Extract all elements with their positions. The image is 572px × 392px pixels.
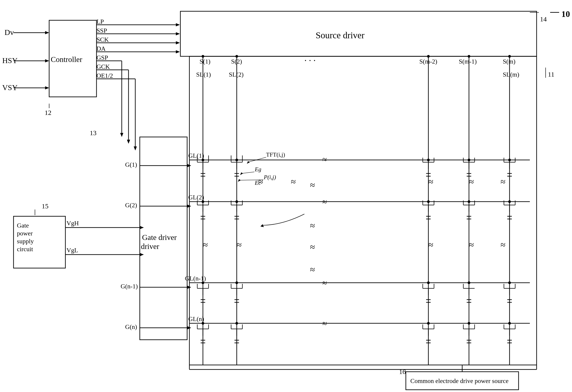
common-electrode-label: Common electrode drive power source xyxy=(410,377,508,384)
svg-point-266 xyxy=(508,200,511,203)
svg-text:≈: ≈ xyxy=(322,278,327,287)
circuit-diagram: 10 Dv HSY VSY Controller 12 13 LP SSP SC… xyxy=(0,0,572,392)
oe12-label: OE1/2 xyxy=(96,72,113,79)
svg-point-276 xyxy=(508,322,511,325)
svg-point-263 xyxy=(235,200,238,203)
svg-text:≈: ≈ xyxy=(322,197,327,206)
svg-point-279 xyxy=(427,55,430,58)
tft-label: TFT(i,j) xyxy=(266,151,285,158)
svg-text:power: power xyxy=(17,230,33,237)
ref-13: 13 xyxy=(90,129,96,136)
svg-text:≈: ≈ xyxy=(501,240,506,250)
svg-point-281 xyxy=(508,55,511,58)
svg-text:≈: ≈ xyxy=(310,180,315,190)
sck-label: SCK xyxy=(96,36,109,43)
ref-11: 11 xyxy=(548,71,555,78)
g1-label: G(1) xyxy=(125,161,137,168)
vgl-label: VgL xyxy=(66,247,78,254)
svg-point-262 xyxy=(202,200,204,203)
svg-point-259 xyxy=(427,159,430,161)
svg-text:≈: ≈ xyxy=(469,240,474,250)
svg-rect-0 xyxy=(0,0,572,392)
ref-15: 15 xyxy=(42,202,48,210)
svg-text:≈: ≈ xyxy=(428,240,433,250)
svg-point-261 xyxy=(508,159,511,161)
g2-label: G(2) xyxy=(125,202,137,209)
ref-10: 10 xyxy=(561,9,570,19)
svg-point-268 xyxy=(235,281,238,284)
svg-text:driver: driver xyxy=(141,242,159,251)
gck-label: GCK xyxy=(96,63,110,70)
gsp-label: GSP xyxy=(96,54,108,61)
sm1-label: S(m-1) xyxy=(459,58,477,65)
eg-label: Eg xyxy=(254,166,261,173)
svg-point-277 xyxy=(202,55,204,58)
svg-point-271 xyxy=(508,281,511,284)
svg-point-267 xyxy=(202,281,204,284)
ref-12: 12 xyxy=(45,109,51,116)
svg-point-258 xyxy=(235,159,238,161)
svg-text:≈: ≈ xyxy=(203,240,208,250)
gl1-label: GL(1) xyxy=(188,152,204,159)
source-driver-label: Source driver xyxy=(316,30,365,40)
slm-label: SL(m) xyxy=(503,71,519,78)
svg-text:≈: ≈ xyxy=(501,177,506,187)
vgh-label: VgH xyxy=(66,220,79,227)
svg-text:≈: ≈ xyxy=(469,177,474,187)
ec-label: Ec xyxy=(254,180,261,186)
ref-14: 14 xyxy=(540,15,547,23)
hsy-label: HSY xyxy=(2,56,17,65)
svg-text:≈: ≈ xyxy=(310,264,315,275)
svg-point-275 xyxy=(468,322,470,325)
gn-label: G(n) xyxy=(125,323,137,330)
gn1-label: G(n-1) xyxy=(121,283,138,290)
lp-label: LP xyxy=(96,18,104,25)
svg-point-274 xyxy=(427,322,430,325)
gate-power-label-1: Gate xyxy=(17,222,29,229)
sl2-label: SL(2) xyxy=(229,71,243,78)
sm-label: S(m) xyxy=(503,58,515,65)
svg-text:≈: ≈ xyxy=(291,177,296,187)
svg-point-265 xyxy=(468,200,470,203)
svg-point-260 xyxy=(468,159,470,161)
sl1-label: SL(1) xyxy=(196,71,211,78)
gln-label: GL(n) xyxy=(188,316,204,322)
svg-text:≈: ≈ xyxy=(428,177,433,187)
svg-text:supply: supply xyxy=(17,238,34,245)
svg-point-257 xyxy=(202,159,204,161)
svg-text:≈: ≈ xyxy=(322,155,327,164)
dv-label: Dv xyxy=(4,28,14,36)
svg-point-273 xyxy=(235,322,238,325)
svg-text:circuit: circuit xyxy=(17,246,33,253)
svg-point-280 xyxy=(468,55,470,58)
pij-label: P(i,j) xyxy=(264,174,276,181)
svg-text:≈: ≈ xyxy=(237,240,242,250)
controller-label: Controller xyxy=(51,55,82,63)
svg-text:≈: ≈ xyxy=(310,242,315,252)
gl2-label: GL(2) xyxy=(188,194,204,201)
svg-point-270 xyxy=(468,281,470,284)
s1-label: S(1) xyxy=(200,58,210,65)
svg-point-264 xyxy=(427,200,430,203)
svg-point-269 xyxy=(427,281,430,284)
da-label: DA xyxy=(96,45,106,52)
svg-point-272 xyxy=(202,322,204,325)
svg-point-278 xyxy=(235,55,238,58)
ref-16: 16 xyxy=(399,368,406,375)
vsy-label: VSY xyxy=(2,83,17,92)
diagram-container: 10 Dv HSY VSY Controller 12 13 LP SSP SC… xyxy=(0,0,572,392)
svg-text:·  ·  ·: · · · xyxy=(304,55,316,66)
svg-text:≈: ≈ xyxy=(322,319,327,328)
gate-driver-label: Gate driver xyxy=(142,233,177,241)
svg-text:≈: ≈ xyxy=(310,221,315,231)
ssp-label: SSP xyxy=(96,27,107,34)
